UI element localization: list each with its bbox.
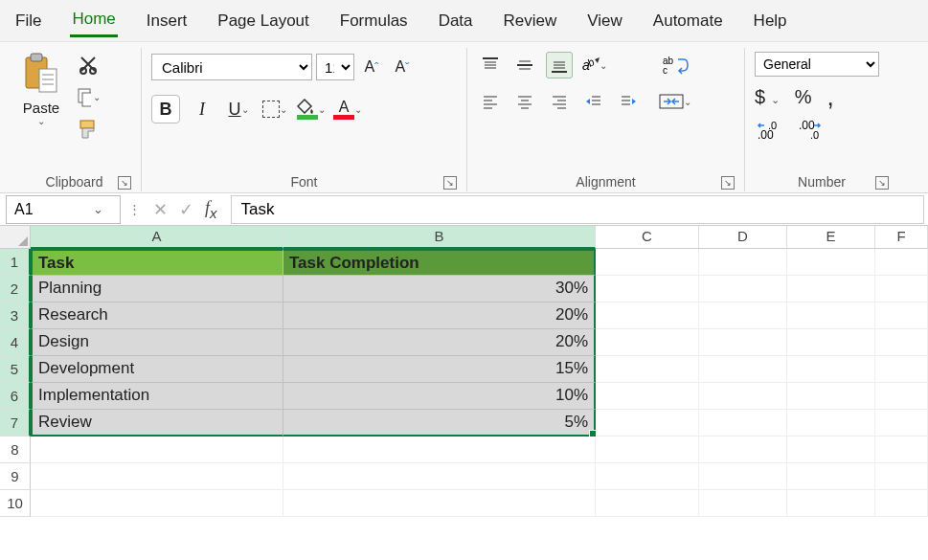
menu-file[interactable]: File — [13, 6, 43, 36]
borders-button[interactable]: ⌄ — [260, 95, 289, 123]
cell-E9[interactable] — [787, 463, 875, 490]
row-header-6[interactable]: 6 — [0, 383, 31, 410]
cell-E5[interactable] — [787, 356, 875, 383]
cell-E7[interactable] — [787, 410, 875, 437]
copy-icon[interactable]: ⌄ — [76, 84, 101, 109]
column-header-B[interactable]: B — [283, 226, 596, 249]
row-header-10[interactable]: 10 — [0, 490, 31, 517]
cell-C4[interactable] — [596, 329, 699, 356]
menu-data[interactable]: Data — [437, 6, 475, 36]
fill-color-button[interactable]: ⌄ — [297, 95, 326, 123]
menu-formulas[interactable]: Formulas — [338, 6, 410, 36]
font-launcher-icon[interactable]: ↘ — [443, 176, 457, 190]
font-name-select[interactable]: Calibri — [151, 54, 312, 80]
wrap-text-icon[interactable]: abc — [659, 52, 691, 78]
cell-E2[interactable] — [787, 276, 875, 302]
increase-font-icon[interactable]: Aˆ — [358, 54, 385, 80]
cell-F4[interactable] — [875, 329, 928, 356]
cell-B3[interactable]: 20% — [283, 302, 596, 329]
cell-D6[interactable] — [699, 383, 787, 410]
cell-E8[interactable] — [787, 437, 875, 463]
name-box-input[interactable] — [7, 199, 83, 220]
column-header-D[interactable]: D — [699, 226, 787, 249]
italic-button[interactable]: I — [188, 95, 216, 123]
column-header-A[interactable]: A — [31, 226, 283, 249]
cell-C9[interactable] — [596, 463, 699, 490]
cell-F5[interactable] — [875, 356, 928, 383]
paste-dropdown[interactable]: ⌄ — [37, 116, 45, 126]
cell-A8[interactable] — [31, 437, 283, 463]
row-header-7[interactable]: 7 — [0, 410, 31, 437]
column-header-E[interactable]: E — [787, 226, 875, 249]
cell-D7[interactable] — [699, 410, 787, 437]
row-header-4[interactable]: 4 — [0, 329, 31, 356]
cell-B4[interactable]: 20% — [283, 329, 596, 356]
cell-F9[interactable] — [875, 463, 928, 490]
column-header-F[interactable]: F — [875, 226, 928, 249]
row-header-3[interactable]: 3 — [0, 302, 31, 329]
cell-A7[interactable]: Review — [31, 410, 283, 437]
cancel-formula-icon[interactable]: ✕ — [153, 199, 168, 220]
cell-B6[interactable]: 10% — [283, 383, 596, 410]
menu-page-layout[interactable]: Page Layout — [215, 6, 310, 36]
cell-E1[interactable] — [787, 249, 875, 276]
cell-B5[interactable]: 15% — [283, 356, 596, 383]
cell-F2[interactable] — [875, 276, 928, 302]
cell-E10[interactable] — [787, 490, 875, 517]
orientation-icon[interactable]: ab⌄ — [580, 52, 607, 78]
cell-F10[interactable] — [875, 490, 928, 517]
cell-D1[interactable] — [699, 249, 787, 276]
cell-D2[interactable] — [699, 276, 787, 302]
cell-A6[interactable]: Implementation — [31, 383, 283, 410]
cell-A5[interactable]: Development — [31, 356, 283, 383]
align-middle-icon[interactable] — [511, 52, 538, 78]
decrease-decimal-icon[interactable]: .00.0 — [797, 120, 826, 141]
cut-icon[interactable] — [76, 52, 101, 77]
bold-button[interactable]: B — [151, 95, 180, 123]
cell-D9[interactable] — [699, 463, 787, 490]
cell-C8[interactable] — [596, 437, 699, 463]
menu-review[interactable]: Review — [502, 6, 559, 36]
cell-C3[interactable] — [596, 302, 699, 329]
cell-B9[interactable] — [283, 463, 596, 490]
cell-D10[interactable] — [699, 490, 787, 517]
cell-C5[interactable] — [596, 356, 699, 383]
menu-home[interactable]: Home — [70, 4, 117, 37]
decrease-font-icon[interactable]: Aˇ — [389, 54, 416, 80]
underline-button[interactable]: U ⌄ — [224, 95, 253, 123]
cell-B2[interactable]: 30% — [283, 276, 596, 302]
cell-A1[interactable]: Task — [31, 249, 283, 276]
cell-E6[interactable] — [787, 383, 875, 410]
accounting-format-icon[interactable]: $ ⌄ — [755, 86, 780, 108]
cell-A4[interactable]: Design — [31, 329, 283, 356]
align-left-icon[interactable] — [477, 88, 504, 115]
paste-icon[interactable] — [22, 52, 60, 96]
decrease-indent-icon[interactable] — [580, 88, 607, 115]
cell-A10[interactable] — [31, 490, 283, 517]
paste-label[interactable]: Paste — [23, 100, 59, 116]
row-header-9[interactable]: 9 — [0, 463, 31, 490]
row-header-8[interactable]: 8 — [0, 437, 31, 463]
name-box[interactable]: ⌄ — [6, 195, 121, 224]
cell-B10[interactable] — [283, 490, 596, 517]
clipboard-launcher-icon[interactable]: ↘ — [118, 176, 131, 190]
cell-E4[interactable] — [787, 329, 875, 356]
align-right-icon[interactable] — [546, 88, 573, 115]
enter-formula-icon[interactable]: ✓ — [179, 199, 193, 220]
cell-C7[interactable] — [596, 410, 699, 437]
select-all-corner[interactable] — [0, 226, 31, 249]
cell-F3[interactable] — [875, 302, 928, 329]
increase-decimal-icon[interactable]: .00.0 — [755, 120, 783, 141]
number-format-select[interactable]: General — [755, 52, 879, 77]
alignment-launcher-icon[interactable]: ↘ — [721, 176, 735, 190]
cell-B7[interactable]: 5% — [283, 410, 596, 437]
insert-function-icon[interactable]: fx — [205, 198, 217, 221]
cell-F6[interactable] — [875, 383, 928, 410]
percent-format-icon[interactable]: % — [795, 86, 812, 108]
cell-A3[interactable]: Research — [31, 302, 283, 329]
cell-C6[interactable] — [596, 383, 699, 410]
align-top-icon[interactable] — [477, 52, 504, 78]
cell-D5[interactable] — [699, 356, 787, 383]
number-launcher-icon[interactable]: ↘ — [875, 176, 889, 190]
cell-B8[interactable] — [283, 437, 596, 463]
